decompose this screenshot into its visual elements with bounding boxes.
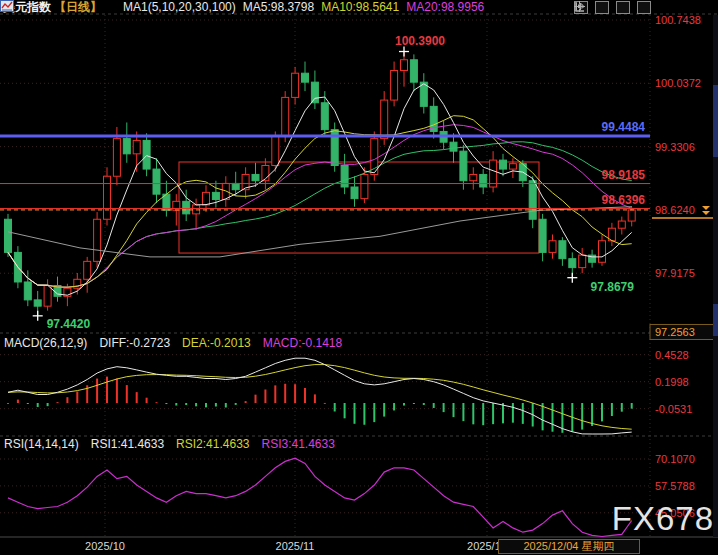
svg-text:97.4420: 97.4420 [47,317,91,331]
ma-lines-layer [8,84,632,295]
svg-text:97.9175: 97.9175 [655,267,695,279]
svg-text:-0.0531: -0.0531 [655,403,692,415]
chart-canvas[interactable]: 99.448498.918598.6396100.390097.442097.8… [0,0,718,555]
macd-diff-value: DIFF:-0.2723 [99,336,170,350]
rsi-label-row: RSI(14,14,14) RSI1:41.4633 RSI2:41.4633 … [4,437,335,451]
period-label: 【日线】 [54,0,102,15]
y-axis-zoom-icon[interactable] [595,1,609,14]
app-window: 99.448498.918598.6396100.390097.442097.8… [0,0,718,555]
svg-text:97.2563: 97.2563 [655,326,695,338]
svg-text:99.3306: 99.3306 [655,141,695,153]
macd-dea-value: DEA:-0.2013 [182,336,251,350]
macd-label-row: MACD(26,12,9) DIFF:-0.2723 DEA:-0.2013 M… [4,336,342,350]
svg-text:100.0372: 100.0372 [655,77,701,89]
macd-title: MACD(26,12,9) [4,336,87,350]
high-low-marks-layer: 100.390097.442097.8679 [33,34,635,331]
svg-text:99.4484: 99.4484 [602,120,646,134]
grid-layer [0,14,718,537]
macd-macd-value: MACD:-0.1418 [263,336,342,350]
x-axis-zoom-icon[interactable] [616,1,630,14]
chart-toolbar [574,1,651,14]
time-axis-labels: 2025/102025/112025/12 [85,540,507,552]
ma10-value: MA10:98.5641 [321,0,399,15]
ma20-value: MA20:98.9956 [406,0,484,15]
svg-text:97.8679: 97.8679 [591,280,635,294]
svg-text:0.4528: 0.4528 [655,349,689,361]
svg-text:57.5788: 57.5788 [655,480,695,492]
svg-text:98.6240: 98.6240 [655,204,695,216]
svg-text:2025/11: 2025/11 [276,540,315,552]
svg-text:98.6396: 98.6396 [602,193,646,207]
price-axis-labels: 100.7438100.037299.330697.917598.624097.… [650,14,716,519]
svg-text:100.7438: 100.7438 [655,14,701,26]
rsi2-value: RSI2:41.4633 [176,437,249,451]
rsi-title: RSI(14,14,14) [4,437,79,451]
right-scroll-strip [713,15,718,537]
svg-text:98.9185: 98.9185 [602,168,646,182]
current-date-label: 2025/12/04 星期四 [498,539,640,554]
macd-panel [7,358,633,434]
svg-text:70.1070: 70.1070 [655,453,695,465]
svg-text:2025/10: 2025/10 [85,540,125,552]
ma-settings-label: MA1(5,10,20,30,100) [123,0,236,15]
svg-text:100.3900: 100.3900 [395,34,445,48]
rsi3-value: RSI3:41.4633 [262,437,335,451]
watermark: FX678 [612,500,714,538]
ma5-value: MA5:98.3798 [243,0,314,15]
rsi1-value: RSI1:41.4633 [91,437,164,451]
svg-text:0.1998: 0.1998 [655,376,689,388]
collapse-panel-icon[interactable] [637,1,651,14]
rsi-panel [8,458,632,536]
